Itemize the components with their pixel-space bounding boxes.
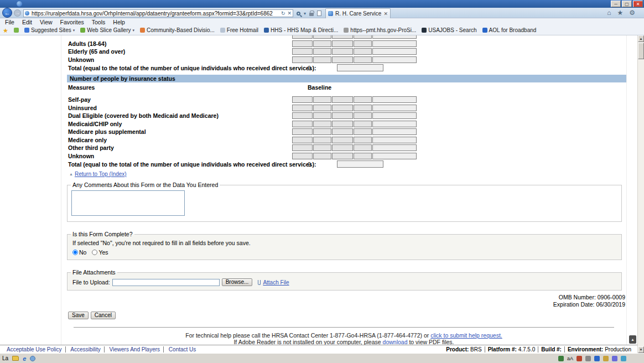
tools-gear-icon[interactable]: ⚙ bbox=[629, 9, 635, 17]
insurance-total-input[interactable] bbox=[337, 160, 383, 168]
measure-input[interactable] bbox=[354, 137, 372, 143]
favorite-usajobs[interactable]: USAJOBS - Search bbox=[422, 27, 476, 33]
address-bar[interactable]: https://ruralperfdata.hrsa.gov/OrhpInter… bbox=[23, 9, 293, 17]
measure-input[interactable] bbox=[292, 153, 313, 159]
measure-input[interactable] bbox=[313, 153, 331, 159]
measure-input[interactable] bbox=[354, 128, 372, 135]
close-button[interactable]: ✕ bbox=[633, 1, 643, 7]
measure-input[interactable] bbox=[332, 144, 353, 151]
back-button[interactable]: ← bbox=[2, 8, 12, 18]
maximize-button[interactable]: ▢ bbox=[622, 1, 632, 7]
measure-input[interactable] bbox=[313, 112, 331, 119]
tray-icon-7[interactable] bbox=[621, 356, 626, 361]
measure-input[interactable] bbox=[292, 35, 313, 39]
stop-icon[interactable]: ✕ bbox=[287, 10, 292, 17]
save-button[interactable]: Save bbox=[68, 312, 89, 319]
measure-input[interactable] bbox=[354, 35, 372, 39]
measure-input[interactable] bbox=[332, 35, 353, 39]
home-icon[interactable]: ⌂ bbox=[607, 9, 611, 17]
measure-input[interactable] bbox=[313, 35, 331, 39]
menu-tools[interactable]: Tools bbox=[88, 19, 110, 25]
measure-input[interactable] bbox=[292, 105, 313, 111]
measure-input[interactable] bbox=[292, 40, 313, 47]
return-top-link[interactable]: Return to Top (Index) bbox=[75, 171, 127, 177]
radio-no[interactable] bbox=[72, 250, 78, 255]
compatibility-view-icon[interactable] bbox=[317, 11, 321, 16]
measure-input[interactable] bbox=[313, 128, 331, 135]
favorite-web-slice-gallery[interactable]: Web Slice Gallery ▾ bbox=[80, 27, 134, 33]
refresh-icon[interactable]: ↻ bbox=[281, 10, 285, 17]
link-acceptable-use-policy[interactable]: Acceptable Use Policy bbox=[3, 346, 66, 352]
tray-icon-2[interactable] bbox=[577, 356, 582, 361]
tray-icon-1[interactable] bbox=[558, 356, 564, 361]
measure-input[interactable] bbox=[332, 128, 353, 135]
scroll-down-button[interactable]: ▼ bbox=[638, 346, 644, 353]
favorites-list-icon[interactable] bbox=[14, 28, 19, 33]
menu-help[interactable]: Help bbox=[109, 19, 129, 25]
favorites-star-icon[interactable]: ★ bbox=[617, 9, 623, 17]
file-upload-input[interactable] bbox=[112, 279, 220, 286]
measure-input[interactable] bbox=[354, 48, 372, 55]
measure-input[interactable] bbox=[372, 128, 417, 135]
measure-input[interactable] bbox=[354, 56, 372, 63]
measure-input[interactable] bbox=[292, 56, 313, 63]
measure-input[interactable] bbox=[313, 137, 331, 143]
url-text[interactable]: https://ruralperfdata.hrsa.gov/OrhpInter… bbox=[32, 11, 278, 17]
tray-icon-3[interactable] bbox=[585, 356, 591, 361]
link-viewers-and-players[interactable]: Viewers And Players bbox=[106, 346, 164, 352]
ie-icon[interactable]: e bbox=[23, 355, 26, 362]
favorite-free-hotmail[interactable]: Free Hotmail bbox=[220, 27, 258, 33]
browser-tab[interactable]: R. H. Care Services Outreac... ✕ bbox=[325, 8, 391, 18]
measure-input[interactable] bbox=[372, 112, 417, 119]
measure-input[interactable] bbox=[372, 137, 417, 143]
favorite-suggested-sites[interactable]: Suggested Sites ▾ bbox=[24, 27, 75, 33]
measure-input[interactable] bbox=[313, 40, 331, 47]
add-favorite-icon[interactable]: ★ bbox=[3, 26, 8, 35]
taskbar-label[interactable]: La bbox=[2, 355, 8, 361]
measure-input[interactable] bbox=[354, 96, 372, 103]
measure-input[interactable] bbox=[354, 105, 372, 111]
measure-input[interactable] bbox=[332, 112, 353, 119]
menu-view[interactable]: View bbox=[36, 19, 56, 25]
favorite-community-based[interactable]: Community-Based Divisio... bbox=[140, 27, 215, 33]
browse-button[interactable]: Browse... bbox=[222, 278, 253, 286]
measure-input[interactable] bbox=[372, 56, 417, 63]
measure-input[interactable] bbox=[332, 105, 353, 111]
cancel-button[interactable]: Cancel bbox=[91, 312, 116, 319]
measure-input[interactable] bbox=[372, 121, 417, 127]
menu-file[interactable]: File bbox=[1, 19, 18, 25]
link-contact-us[interactable]: Contact Us bbox=[165, 346, 199, 352]
favorite-hhs-map[interactable]: HHS - HHS Map & Directi... bbox=[264, 27, 338, 33]
search-dropdown-caret[interactable]: ▾ bbox=[304, 11, 306, 16]
measure-input[interactable] bbox=[372, 40, 417, 47]
taskbar-app-icon[interactable] bbox=[30, 356, 35, 361]
measure-input[interactable] bbox=[354, 40, 372, 47]
measure-input[interactable] bbox=[292, 144, 313, 151]
measure-input[interactable] bbox=[372, 105, 417, 111]
vertical-scrollbar[interactable]: ▲ ▼ bbox=[637, 35, 644, 353]
measure-input[interactable] bbox=[354, 153, 372, 159]
measure-input[interactable] bbox=[292, 112, 313, 119]
measure-input[interactable] bbox=[332, 137, 353, 143]
radio-yes[interactable] bbox=[92, 250, 97, 255]
search-icon[interactable] bbox=[297, 12, 300, 15]
measure-input[interactable] bbox=[332, 121, 353, 127]
attach-file-link[interactable]: Attach File bbox=[263, 279, 289, 286]
measure-input[interactable] bbox=[332, 96, 353, 103]
tray-icon-4[interactable] bbox=[594, 356, 600, 361]
measure-input[interactable] bbox=[292, 121, 313, 127]
age-total-input[interactable] bbox=[337, 64, 383, 71]
folder-icon[interactable] bbox=[12, 356, 19, 361]
measure-input[interactable] bbox=[332, 153, 353, 159]
measure-input[interactable] bbox=[372, 153, 417, 159]
measure-input[interactable] bbox=[372, 96, 417, 103]
measure-input[interactable] bbox=[372, 48, 417, 55]
measure-input[interactable] bbox=[292, 48, 313, 55]
comments-textarea[interactable] bbox=[71, 190, 185, 216]
measure-input[interactable] bbox=[313, 144, 331, 151]
measure-input[interactable] bbox=[313, 105, 331, 111]
measure-input[interactable] bbox=[292, 128, 313, 135]
measure-input[interactable] bbox=[332, 40, 353, 47]
measure-input[interactable] bbox=[313, 56, 331, 63]
measure-input[interactable] bbox=[354, 144, 372, 151]
